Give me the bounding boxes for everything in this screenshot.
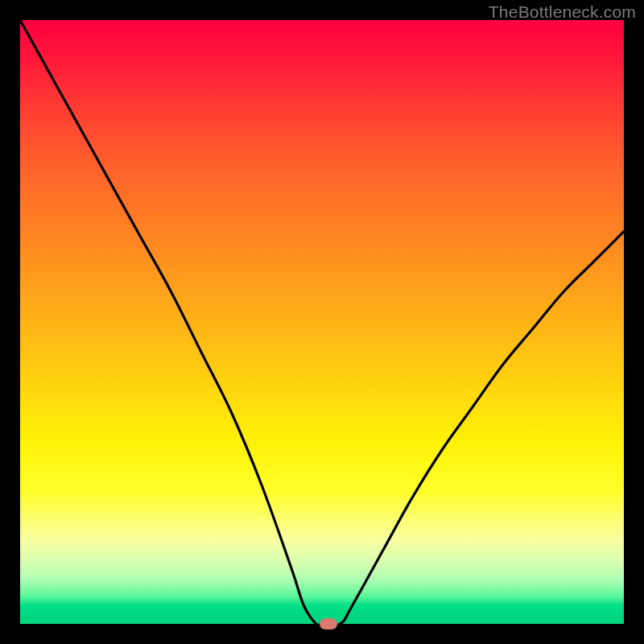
plot-area [20, 20, 624, 624]
chart-frame: TheBottleneck.com [0, 0, 644, 644]
background-gradient [20, 20, 624, 624]
attribution-label: TheBottleneck.com [489, 2, 636, 22]
